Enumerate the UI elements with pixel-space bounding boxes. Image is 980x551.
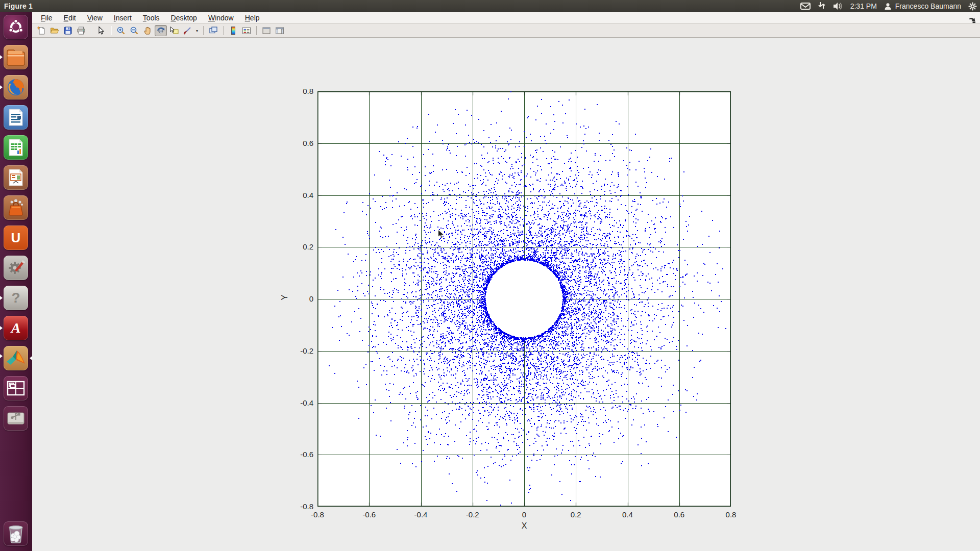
open-folder-icon	[50, 26, 59, 35]
pan-button[interactable]	[141, 25, 154, 36]
toolbar-separator	[203, 26, 204, 35]
launcher-item-software-center[interactable]	[4, 195, 28, 220]
mail-indicator[interactable]	[800, 0, 811, 12]
desktop: Figure 1	[0, 0, 980, 551]
focused-pip	[30, 356, 32, 360]
menu-window[interactable]: Window	[203, 13, 239, 23]
launcher-item-system-settings[interactable]	[4, 256, 28, 280]
data-cursor-button[interactable]	[168, 25, 180, 36]
zoom-out-button[interactable]	[128, 25, 140, 36]
insert-legend-button[interactable]	[240, 25, 253, 36]
running-pip	[0, 55, 3, 59]
brush-dropdown-caret[interactable]: ▾	[194, 25, 200, 36]
network-arrows-icon	[818, 2, 826, 10]
open-file-button[interactable]	[48, 25, 61, 36]
x-tick-label: 0.4	[614, 510, 642, 519]
pan-hand-icon	[143, 26, 152, 35]
brush-data-button[interactable]	[181, 25, 193, 36]
insert-colorbar-icon	[229, 26, 238, 35]
x-axis-label: X	[511, 521, 537, 531]
usb-drive-icon	[6, 410, 26, 427]
launcher-item-workspace-switcher[interactable]	[4, 376, 28, 400]
firefox-icon	[6, 78, 26, 97]
launcher-item-firefox[interactable]	[4, 75, 28, 99]
hide-plot-tools-button[interactable]	[260, 25, 273, 36]
window-title: Figure 1	[0, 2, 33, 10]
launcher-item-usb-drive[interactable]	[4, 406, 28, 431]
x-tick-label: 0.8	[717, 510, 745, 519]
toolbar-separator	[223, 26, 224, 35]
dock-figure-arrow-icon[interactable]	[968, 17, 976, 23]
running-pip	[0, 296, 3, 300]
adobe-reader-icon: A	[11, 320, 21, 336]
software-center-bag-icon	[7, 198, 25, 217]
printer-icon	[77, 26, 86, 35]
y-tick-label: -0.8	[287, 502, 313, 511]
save-floppy-icon	[63, 26, 72, 35]
user-name: Francesco Baumann	[895, 2, 961, 10]
x-tick-label: -0.2	[458, 510, 487, 519]
toolbar-separator	[111, 26, 111, 35]
running-pip	[0, 354, 3, 358]
unity-top-panel: Figure 1	[0, 0, 980, 12]
launcher-item-matlab[interactable]	[4, 346, 28, 370]
network-indicator[interactable]	[818, 0, 826, 12]
launcher-item-adobe-reader[interactable]: A	[4, 316, 28, 340]
menu-tools[interactable]: Tools	[137, 13, 165, 23]
launcher-item-ubuntu-one[interactable]: U	[4, 226, 28, 250]
running-pip	[0, 85, 3, 89]
x-tick-label: 0.6	[665, 510, 694, 519]
help-icon: ?	[11, 290, 20, 306]
x-tick-label: 0.2	[561, 510, 590, 519]
edit-plot-pointer-icon	[96, 26, 106, 35]
menu-desktop[interactable]: Desktop	[165, 13, 203, 23]
menu-insert[interactable]: Insert	[108, 13, 137, 23]
sound-indicator[interactable]	[833, 0, 843, 12]
running-pip	[0, 326, 3, 330]
save-figure-button[interactable]	[62, 25, 74, 36]
impress-presentation-icon	[7, 168, 24, 187]
rotate-3d-button[interactable]	[155, 25, 167, 36]
menu-view[interactable]: View	[82, 13, 108, 23]
launcher-item-trash[interactable]	[4, 521, 28, 546]
zoom-in-button[interactable]	[115, 25, 127, 36]
edit-plot-button[interactable]	[95, 25, 107, 36]
mail-icon	[800, 3, 811, 10]
menu-file[interactable]: File	[35, 13, 58, 23]
insert-legend-icon	[242, 26, 251, 35]
y-tick-label: -0.2	[287, 346, 313, 355]
session-indicator[interactable]	[968, 0, 977, 12]
launcher-item-help[interactable]: ?	[4, 286, 28, 310]
data-cursor-icon	[169, 26, 179, 35]
link-plot-icon	[209, 26, 218, 35]
x-tick-label: -0.4	[407, 510, 435, 519]
insert-colorbar-button[interactable]	[227, 25, 239, 36]
show-plot-tools-dock-button[interactable]	[274, 25, 286, 36]
rotate-3d-icon	[156, 26, 165, 35]
ubuntu-dash-icon	[7, 18, 24, 36]
mouse-cursor-icon	[437, 229, 446, 239]
session-gear-icon	[968, 2, 977, 11]
toolbar-separator	[91, 26, 91, 35]
print-figure-button[interactable]	[75, 25, 87, 36]
clock-indicator[interactable]: 2:31 PM	[850, 0, 877, 12]
menu-edit[interactable]: Edit	[58, 13, 82, 23]
menu-help[interactable]: Help	[239, 13, 265, 23]
link-plot-button[interactable]	[207, 25, 219, 36]
show-plot-tools-dock-icon	[275, 26, 284, 35]
clock-text: 2:31 PM	[850, 2, 877, 10]
launcher-item-libreoffice-writer[interactable]	[4, 105, 28, 130]
user-indicator[interactable]: Francesco Baumann	[884, 0, 961, 12]
new-figure-button[interactable]	[35, 25, 47, 36]
zoom-out-icon	[130, 26, 139, 35]
calc-spreadsheet-icon	[7, 138, 24, 157]
figure-menubar: FileEditViewInsertToolsDesktopWindowHelp	[32, 12, 980, 24]
figure-canvas-area: X Y -0.8-0.6-0.4-0.200.20.40.60.8-0.8-0.…	[32, 38, 980, 551]
y-tick-label: -0.6	[287, 450, 313, 459]
launcher-item-dash[interactable]	[4, 15, 28, 39]
launcher-item-libreoffice-impress[interactable]	[4, 165, 28, 190]
plot-axes[interactable]	[317, 91, 731, 507]
launcher-item-files[interactable]	[4, 45, 28, 69]
launcher-item-libreoffice-calc[interactable]	[4, 135, 28, 160]
writer-document-icon	[7, 108, 24, 127]
